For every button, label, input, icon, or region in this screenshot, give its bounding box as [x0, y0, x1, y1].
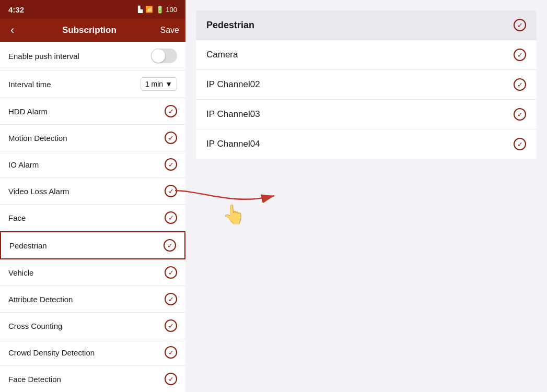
attribute-detection-label: Attribute Detection: [8, 295, 73, 304]
face-detection-label: Face Detection: [8, 375, 61, 384]
signal-icon: ▙: [138, 6, 143, 13]
cross-counting-check[interactable]: ✓: [165, 319, 177, 332]
status-time: 4:32: [8, 5, 24, 14]
wifi-icon: 📶: [145, 6, 153, 13]
right-list: Pedestrian ✓ Camera ✓ IP Channel02 ✓ IP …: [196, 10, 537, 159]
face-label: Face: [8, 213, 26, 222]
right-header-row: Pedestrian ✓: [196, 10, 537, 40]
left-panel: 4:32 ▙ 📶 🔋 100 ‹ Subscription Save Enabl…: [0, 0, 185, 392]
nav-title: Subscription: [62, 25, 117, 35]
vehicle-label: Vehicle: [8, 268, 33, 277]
settings-row-crowd-density[interactable]: Crowd Density Detection ✓: [0, 339, 185, 366]
status-icons: ▙ 📶 🔋 100: [138, 6, 177, 14]
status-bar: 4:32 ▙ 📶 🔋 100: [0, 0, 185, 19]
right-panel: Pedestrian ✓ Camera ✓ IP Channel02 ✓ IP …: [196, 0, 547, 392]
settings-row-pedestrian[interactable]: Pedestrian ✓: [0, 231, 185, 259]
interval-time-label: Interval time: [8, 80, 51, 89]
video-loss-alarm-check[interactable]: ✓: [165, 185, 177, 197]
face-detection-check[interactable]: ✓: [165, 373, 177, 385]
vehicle-check[interactable]: ✓: [165, 266, 177, 279]
settings-list: Enable push interval Interval time 1 min…: [0, 42, 185, 392]
cross-counting-label: Cross Counting: [8, 322, 62, 330]
settings-row-motion-detection[interactable]: Motion Detection ✓: [0, 125, 185, 151]
settings-row-cross-counting[interactable]: Cross Counting ✓: [0, 313, 185, 339]
right-panel-title: Pedestrian: [206, 20, 254, 31]
chevron-down-icon: ▼: [165, 80, 172, 88]
motion-detection-check[interactable]: ✓: [165, 132, 177, 144]
ip-channel02-check[interactable]: ✓: [514, 78, 526, 91]
camera-check[interactable]: ✓: [514, 49, 526, 61]
enable-push-toggle[interactable]: [151, 49, 177, 63]
toggle-knob: [152, 49, 165, 63]
ip-channel03-check[interactable]: ✓: [514, 108, 526, 121]
interval-dropdown[interactable]: 1 min ▼: [141, 77, 177, 91]
pedestrian-header-check[interactable]: ✓: [514, 19, 526, 31]
settings-row-io-alarm[interactable]: IO Alarm ✓: [0, 151, 185, 178]
settings-row-vehicle[interactable]: Vehicle ✓: [0, 259, 185, 286]
ip-channel04-check[interactable]: ✓: [514, 138, 526, 150]
enable-push-label: Enable push interval: [8, 52, 79, 61]
save-button[interactable]: Save: [160, 26, 179, 35]
io-alarm-label: IO Alarm: [8, 160, 39, 169]
settings-row-face[interactable]: Face ✓: [0, 205, 185, 231]
face-check[interactable]: ✓: [165, 211, 177, 224]
right-row-ip-channel04[interactable]: IP Channel04 ✓: [196, 129, 537, 159]
hdd-alarm-label: HDD Alarm: [8, 107, 48, 116]
settings-row-enable-push[interactable]: Enable push interval: [0, 42, 185, 70]
pedestrian-check[interactable]: ✓: [164, 239, 176, 252]
ip-channel04-label: IP Channel04: [206, 139, 260, 149]
camera-label: Camera: [206, 50, 238, 60]
right-row-camera[interactable]: Camera ✓: [196, 40, 537, 70]
hdd-alarm-check[interactable]: ✓: [165, 105, 177, 117]
video-loss-alarm-label: Video Loss Alarm: [8, 187, 69, 196]
settings-row-video-loss-alarm[interactable]: Video Loss Alarm ✓: [0, 178, 185, 205]
io-alarm-check[interactable]: ✓: [165, 158, 177, 171]
motion-detection-label: Motion Detection: [8, 134, 67, 142]
settings-row-attribute-detection[interactable]: Attribute Detection ✓: [0, 286, 185, 313]
right-row-ip-channel02[interactable]: IP Channel02 ✓: [196, 70, 537, 100]
settings-row-face-detection[interactable]: Face Detection ✓: [0, 366, 185, 392]
right-row-ip-channel03[interactable]: IP Channel03 ✓: [196, 100, 537, 129]
attribute-detection-check[interactable]: ✓: [165, 293, 177, 305]
ip-channel02-label: IP Channel02: [206, 79, 260, 90]
settings-row-interval-time[interactable]: Interval time 1 min ▼: [0, 70, 185, 98]
interval-value: 1 min: [145, 80, 163, 88]
battery-icon: 🔋 100: [156, 6, 177, 14]
settings-row-hdd-alarm[interactable]: HDD Alarm ✓: [0, 98, 185, 125]
back-button[interactable]: ‹: [6, 21, 18, 39]
ip-channel03-label: IP Channel03: [206, 109, 260, 120]
crowd-density-label: Crowd Density Detection: [8, 348, 95, 357]
pedestrian-label: Pedestrian: [9, 241, 47, 250]
crowd-density-check[interactable]: ✓: [165, 346, 177, 359]
nav-bar: ‹ Subscription Save: [0, 19, 185, 42]
